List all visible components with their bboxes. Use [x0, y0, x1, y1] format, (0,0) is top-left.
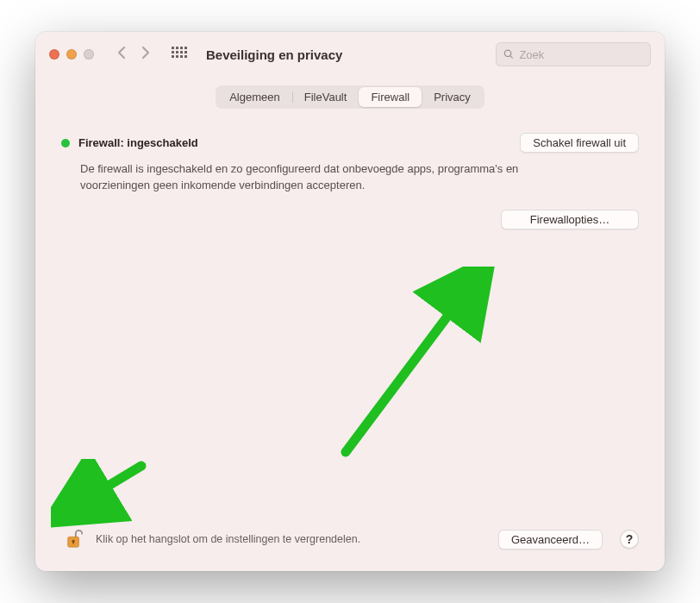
firewall-status: Firewall: ingeschakeld	[61, 136, 198, 149]
disable-firewall-button[interactable]: Schakel firewall uit	[520, 133, 639, 153]
firewall-status-row: Firewall: ingeschakeld Schakel firewall …	[61, 133, 639, 153]
zoom-window-button[interactable]	[84, 49, 94, 60]
footer: Klik op het hangslot om de instellingen …	[56, 514, 644, 571]
show-all-icon[interactable]	[172, 47, 187, 62]
search-icon	[503, 48, 514, 60]
lock-open-icon	[65, 528, 84, 550]
close-window-button[interactable]	[49, 49, 59, 60]
search-input[interactable]	[519, 48, 643, 61]
help-button[interactable]: ?	[620, 530, 639, 549]
annotation-arrow-icon	[328, 267, 518, 465]
window-controls	[49, 49, 94, 60]
window-title: Beveiliging en privacy	[206, 47, 342, 62]
firewall-options-button[interactable]: Firewallopties…	[501, 210, 639, 229]
advanced-button[interactable]: Geavanceerd…	[498, 530, 603, 550]
lock-button[interactable]	[61, 526, 87, 552]
svg-line-0	[346, 280, 475, 452]
lock-description: Klik op het hangslot om de instellingen …	[96, 533, 490, 545]
svg-rect-5	[72, 542, 73, 544]
back-button[interactable]	[116, 46, 127, 64]
svg-line-1	[70, 466, 141, 509]
firewall-description: De firewall is ingeschakeld en zo geconf…	[80, 161, 563, 194]
forward-button[interactable]	[141, 46, 151, 64]
tab-firewall[interactable]: Firewall	[359, 87, 422, 107]
tab-bar: Algemeen FileVault Firewall Privacy	[216, 85, 484, 109]
preferences-window: Beveiliging en privacy Algemeen FileVaul…	[35, 32, 665, 571]
titlebar: Beveiliging en privacy	[35, 32, 665, 77]
content-area: Algemeen FileVault Firewall Privacy Fire…	[35, 77, 665, 571]
minimize-window-button[interactable]	[66, 49, 77, 60]
status-dot-icon	[61, 139, 70, 148]
tab-general[interactable]: Algemeen	[217, 87, 292, 107]
firewall-status-label: Firewall: ingeschakeld	[78, 136, 198, 149]
tab-filevault[interactable]: FileVault	[292, 87, 359, 107]
search-field[interactable]	[496, 42, 651, 66]
nav-controls	[116, 46, 151, 64]
tab-privacy[interactable]: Privacy	[422, 87, 483, 107]
